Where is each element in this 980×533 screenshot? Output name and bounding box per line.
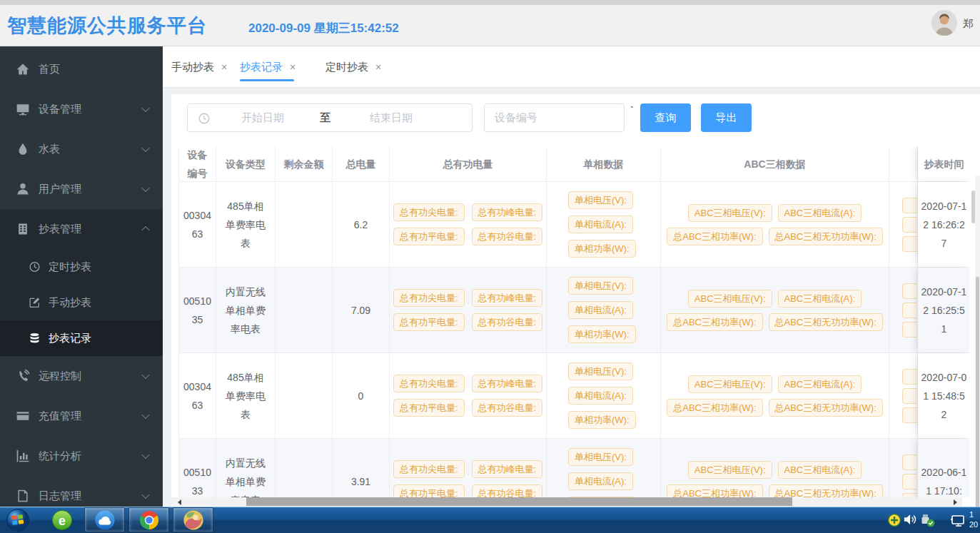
chevron-down-icon — [141, 144, 149, 152]
taskbar-app-360-browser[interactable]: e — [41, 507, 82, 532]
clipped-tag-fragment — [902, 303, 918, 318]
tag: 总有功峰电量: — [472, 289, 543, 307]
cell-single-phase: 单相电压(V): 单相电流(A): 单相功率(W): — [547, 182, 661, 267]
edit-icon — [29, 297, 41, 309]
sidebar-item-device-mgmt[interactable]: 设备管理 — [0, 89, 163, 129]
cell-device-type: 485单相单费率电表 — [216, 182, 276, 267]
cell-three-phase: ABC三相电压(V): ABC三相电流(A): 总ABC三相功率(W): 总AB… — [661, 439, 889, 497]
sidebar-item-scheduled-reading[interactable]: 定时抄表 — [0, 249, 163, 285]
tag: 总有功峰电量: — [472, 203, 543, 221]
end-date-input[interactable]: 结束日期 — [370, 111, 413, 125]
tag: 总ABC三相无功功率(W): — [769, 313, 883, 331]
cell-total-energy: 7.09 — [333, 268, 390, 352]
tray-usb-device-icon[interactable] — [921, 513, 935, 527]
table-header-row: 设备编号 设备类型 剩余金额 总电量 总有功电量 单相数据 ABC三相数据 抄表… — [179, 146, 969, 182]
tag: 总ABC三相功率(W): — [667, 313, 762, 331]
tab-reading-records[interactable]: 抄表记录× — [240, 46, 295, 88]
sidebar-item-statistics[interactable]: 统计分析 — [0, 436, 163, 476]
col-active-energy: 总有功电量 — [390, 146, 547, 181]
close-icon[interactable]: × — [221, 61, 227, 73]
sidebar-item-reading-records[interactable]: 抄表记录 — [0, 320, 163, 356]
clock-icon — [198, 112, 211, 125]
cell-device-type: 内置无线单相单费率电表 — [216, 439, 276, 497]
sidebar-item-user-mgmt[interactable]: 用户管理 — [0, 169, 163, 209]
tag: 总ABC三相无功功率(W): — [769, 228, 883, 245]
remote-control-icon — [16, 369, 30, 383]
sidebar-item-manual-reading[interactable]: 手动抄表 — [0, 285, 163, 320]
col-device-no: 设备编号 — [179, 146, 216, 181]
cell-balance — [276, 353, 333, 438]
horizontal-scrollbar-thumb[interactable] — [246, 497, 792, 506]
svg-text:e: e — [59, 513, 66, 527]
taskbar-app-qq-browser[interactable] — [84, 507, 125, 532]
col-total-energy: 总电量 — [333, 146, 390, 181]
tag: 总有功尖电量: — [393, 203, 465, 221]
close-icon[interactable]: × — [375, 61, 381, 73]
cell-hidden-tags — [889, 182, 918, 267]
avatar[interactable] — [931, 10, 957, 36]
monitor-icon — [16, 102, 30, 116]
clipped-tag-fragment — [902, 198, 918, 213]
cell-device-type: 485单相单费率电表 — [216, 353, 276, 438]
col-read-time: 抄表时间 — [918, 146, 969, 181]
clipped-tag-fragment — [902, 455, 918, 470]
tab-scheduled-reading[interactable]: 定时抄表× — [325, 46, 381, 88]
device-no-input[interactable]: 设备编号 — [484, 103, 625, 132]
sidebar-item-remote-control[interactable]: 远程控制 — [0, 356, 163, 396]
home-icon — [16, 62, 30, 76]
tray-network-icon[interactable] — [949, 513, 966, 527]
horizontal-scrollbar[interactable] — [171, 497, 962, 506]
taskbar-app-photos[interactable] — [173, 507, 213, 532]
tag: 总有功平电量: — [393, 313, 465, 331]
sidebar: 首页 设备管理 水表 用户管理 抄表管理 定时抄表 手动 — [0, 46, 163, 533]
chevron-down-icon — [141, 451, 149, 459]
clipped-tag-fragment — [902, 283, 918, 299]
sidebar-item-water-meter[interactable]: 水表 — [0, 129, 163, 169]
page-scrollbar-thumb[interactable] — [976, 277, 979, 533]
content-area: 开始日期 至 结束日期 设备编号 ` 查询 导出 设备编号 设备类型 剩余金额 … — [163, 88, 980, 507]
query-button[interactable]: 查询 — [640, 103, 691, 132]
clipped-tag-fragment — [902, 369, 918, 385]
export-button[interactable]: 导出 — [701, 103, 752, 132]
cell-active-energy: 总有功尖电量: 总有功峰电量: 总有功平电量: 总有功谷电量: — [390, 353, 547, 438]
tag: 总有功谷电量: — [472, 399, 543, 417]
scroll-right-arrow-icon[interactable] — [951, 497, 961, 506]
tag: 单相电流(A): — [568, 387, 633, 405]
cell-single-phase: 单相电压(V): 单相电流(A): 单相功率(W): — [547, 268, 661, 352]
tag: 总有功平电量: — [393, 228, 465, 245]
tag: 总ABC三相无功功率(W): — [769, 484, 883, 498]
readings-table: 设备编号 设备类型 剩余金额 总电量 总有功电量 单相数据 ABC三相数据 抄表… — [178, 146, 969, 497]
tray-volume-icon[interactable] — [904, 513, 918, 527]
sidebar-item-recharge-mgmt[interactable]: 充值管理 — [0, 396, 163, 436]
cell-read-time: 2020-07-01 15:48:52 — [918, 353, 969, 438]
tray-360-safety-icon[interactable] — [887, 513, 901, 527]
tab-manual-reading[interactable]: 手动抄表× — [171, 46, 227, 88]
meter-icon — [16, 222, 30, 236]
cell-balance — [276, 182, 333, 267]
table-row: 0030463 485单相单费率电表 0 总有功尖电量: 总有功峰电量: 总有功… — [179, 353, 969, 439]
app-header: 智慧能源公共服务平台 2020-09-09 星期三15:42:52 郑 — [0, 0, 980, 46]
scroll-left-arrow-icon[interactable] — [176, 497, 186, 506]
user-menu[interactable]: 郑 — [931, 10, 980, 39]
sidebar-item-meter-reading-mgmt[interactable]: 抄表管理 — [0, 209, 163, 249]
tag: 单相电压(V): — [568, 191, 633, 209]
tray-clock[interactable]: 1 20 — [969, 509, 980, 529]
close-icon[interactable]: × — [290, 61, 295, 73]
start-button[interactable] — [6, 508, 30, 532]
cell-total-energy: 6.2 — [333, 182, 390, 267]
col-hidden — [889, 146, 918, 181]
col-single-phase: 单相数据 — [547, 146, 661, 181]
tag: 总ABC三相功率(W): — [667, 228, 762, 245]
sidebar-item-home[interactable]: 首页 — [0, 49, 163, 89]
range-separator: 至 — [320, 111, 330, 125]
clipped-tag-fragment — [902, 407, 918, 423]
stray-character: ` — [630, 104, 634, 116]
page-vertical-scrollbar[interactable] — [975, 176, 980, 533]
start-date-input[interactable]: 开始日期 — [241, 111, 284, 125]
cell-total-energy: 0 — [333, 353, 390, 438]
taskbar-app-chrome[interactable] — [128, 507, 169, 532]
tag: 单相功率(W): — [568, 240, 636, 258]
tag: 单相电流(A): — [568, 215, 633, 233]
date-range-picker[interactable]: 开始日期 至 结束日期 — [187, 103, 473, 132]
log-icon — [16, 489, 30, 503]
